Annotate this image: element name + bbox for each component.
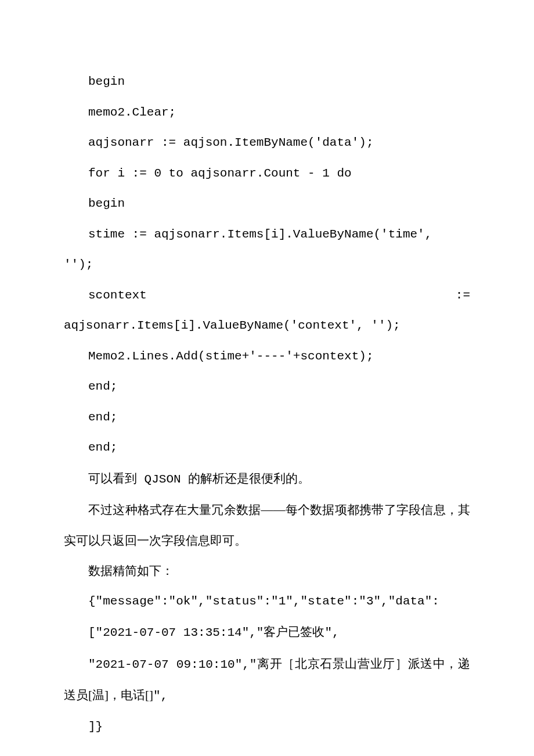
text-fragment: QJSON (137, 473, 188, 486)
text-line: 数据精简如下： (64, 556, 470, 586)
code-line: aqjsonarr.Items[i].ValueByName('context'… (64, 311, 470, 341)
code-line: scontext := (64, 280, 470, 311)
code-fragment: := (456, 280, 470, 311)
code-fragment: scontext (88, 280, 147, 311)
code-line: Memo2.Lines.Add(stime+'----'+scontext); (64, 341, 470, 372)
code-line: ]} (64, 712, 470, 743)
text-fragment: 的解析还是很便利的。 (188, 471, 310, 485)
code-line: stime := aqjsonarr.Items[i].ValueByName(… (64, 219, 470, 250)
text-fragment: 可以看到 (88, 471, 137, 485)
code-line: memo2.Clear; (64, 98, 470, 128)
code-line: end; (64, 433, 470, 463)
code-line: end; (64, 402, 470, 433)
code-line: begin (64, 189, 470, 219)
code-line: ''); (64, 250, 470, 280)
code-line: aqjsonarr := aqjson.ItemByName('data'); (64, 128, 470, 159)
code-line: {"message":"ok","status":"1","state":"3"… (64, 586, 470, 617)
code-line: for i := 0 to aqjsonarr.Count - 1 do (64, 159, 470, 189)
code-fragment: ", (153, 689, 168, 703)
document-content: begin memo2.Clear; aqjsonarr := aqjson.I… (64, 67, 470, 742)
text-line: 不过这种格式存在大量冗余数据——每个数据项都携带了字段信息，其实可以只返回一次字… (64, 495, 470, 556)
code-fragment: ["2021-07-07 13:35:14"," (88, 626, 264, 639)
code-fragment: "2021-07-07 09:10:10"," (88, 658, 257, 671)
code-line: end; (64, 372, 470, 402)
code-fragment: ", (324, 626, 339, 639)
code-line: begin (64, 67, 470, 98)
text-fragment: 客户已签收 (264, 625, 324, 639)
code-line: ["2021-07-07 13:35:14","客户已签收", (64, 617, 470, 649)
code-line: "2021-07-07 09:10:10","离开［北京石景山营业厅］派送中，递… (64, 649, 470, 712)
code-fragment: stime := aqjsonarr.Items[i].ValueByName(… (88, 219, 432, 250)
text-line: 可以看到 QJSON 的解析还是很便利的。 (64, 463, 470, 495)
